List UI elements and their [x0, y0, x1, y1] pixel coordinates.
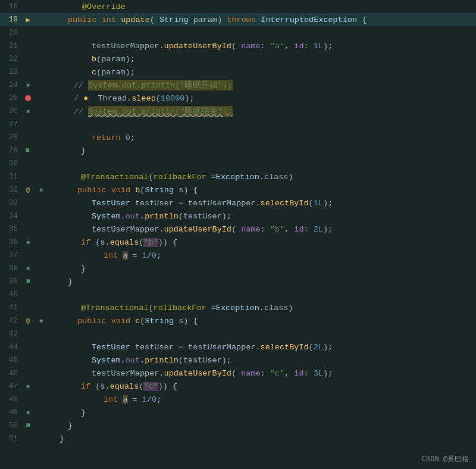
code-line-44: TestUser testUser = testUserMapper. sele… [35, 340, 333, 354]
code-line-45: System . out . println (testUser); [35, 354, 231, 367]
line-number-32: 32 [0, 186, 21, 194]
line-number-29: 29 [0, 146, 21, 155]
code-line-50: } [35, 419, 73, 432]
line-number-49: 49 [0, 408, 21, 417]
line-number-38: 38 [0, 264, 21, 273]
code-line-33: TestUser testUser = testUserMapper. sele… [35, 196, 333, 210]
code-line-32: public void b ( String s) { [48, 183, 198, 196]
gutter-19: ▶ [21, 15, 35, 24]
code-line-29: } [35, 144, 86, 157]
code-line-24: // System.out.println("睡眠开始"); [35, 79, 233, 92]
code-line-22: b (param); [35, 52, 135, 65]
line-number-27: 27 [0, 120, 21, 129]
line-number-48: 48 [0, 395, 21, 404]
line-number-24: 24 [0, 81, 21, 89]
line-number-50: 50 [0, 421, 21, 430]
gutter-32: ■ [35, 187, 48, 193]
gutter-50: ■ [21, 421, 35, 430]
line-number-36: 36 [0, 238, 21, 246]
line-number-45: 45 [0, 356, 21, 364]
gutter-42: ■ [35, 318, 48, 324]
line-number-37: 37 [0, 251, 21, 259]
code-line-34: System . out . println (testUser); [35, 210, 231, 223]
line-number-46: 46 [0, 369, 21, 377]
code-line-19: public int update ( String param) throws… [35, 13, 367, 26]
line-number-40: 40 [0, 290, 21, 299]
line-number-33: 33 [0, 199, 21, 207]
code-line-35: testUserMapper. updateUserById ( name : … [35, 223, 333, 236]
code-line-39: } [35, 275, 73, 288]
code-line-21: testUserMapper. updateUserById ( name : … [35, 39, 333, 52]
line-number-18: 18 [0, 2, 21, 11]
line-number-21: 21 [0, 42, 21, 50]
gutter-47: ■ [21, 383, 35, 390]
code-line-47: if (s. equals ( "c" )) { [35, 380, 177, 393]
code-line-51: } [35, 432, 64, 445]
line-number-31: 31 [0, 173, 21, 181]
code-line-36: if (s. equals ( "b" )) { [35, 236, 177, 249]
code-line-18: @Override [35, 0, 126, 13]
code-line-26: // System.out.println("睡眠结束"); [35, 105, 233, 118]
gutter-36: ■ [21, 239, 35, 246]
line-number-47: 47 [0, 382, 21, 390]
code-line-46: testUserMapper. updateUserById ( name : … [35, 367, 333, 380]
code-line-38: } [35, 262, 86, 275]
code-line-42: public void c ( String s) { [48, 314, 198, 327]
code-editor: 18 @Override 19 ▶ public int update ( St… [0, 0, 476, 469]
line-number-19: 19 [0, 15, 21, 24]
line-number-41: 41 [0, 304, 21, 312]
line-number-28: 28 [0, 133, 21, 142]
gutter-39: ■ [21, 277, 35, 286]
gutter-24: ■ [21, 82, 35, 89]
line-number-30: 30 [0, 160, 21, 168]
line-number-42: 42 [0, 317, 21, 325]
gutter-49: ■ [21, 409, 35, 416]
code-line-48: int a = 1 / 0 ; [35, 393, 161, 406]
code-line-25: / ● Thread. sleep ( 10000 ); [35, 92, 195, 105]
line-number-23: 23 [0, 68, 21, 76]
line-number-43: 43 [0, 330, 21, 338]
code-line-23: c (param); [35, 65, 135, 79]
line-number-25: 25 [0, 94, 21, 102]
line-number-26: 26 [0, 107, 21, 115]
brand-watermark: CSDN @吴巴格 [422, 454, 469, 464]
line-number-20: 20 [0, 29, 21, 37]
code-line-31: @Transactional ( rollbackFor = Exception… [35, 170, 293, 183]
code-line-37: int a = 1 / 0 ; [35, 249, 161, 262]
gutter-25 [21, 95, 35, 101]
line-number-51: 51 [0, 434, 21, 443]
line-number-39: 39 [0, 277, 21, 286]
line-number-22: 22 [0, 55, 21, 63]
gutter-26: ■ [21, 108, 35, 115]
line-number-35: 35 [0, 225, 21, 233]
code-line-49: } [35, 406, 86, 419]
code-line-41: @Transactional ( rollbackFor = Exception… [35, 301, 293, 314]
line-number-34: 34 [0, 212, 21, 220]
line-number-44: 44 [0, 343, 21, 351]
breakpoint-25[interactable] [25, 95, 31, 101]
code-line-28: return 0 ; [35, 131, 135, 144]
gutter-29: ■ [21, 146, 35, 155]
gutter-38: ■ [21, 265, 35, 272]
